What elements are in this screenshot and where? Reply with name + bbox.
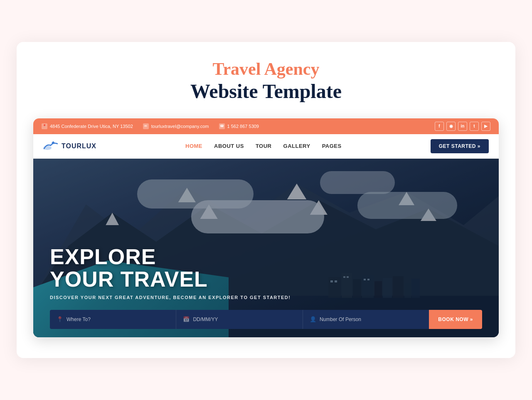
twitter-icon[interactable]: t [470, 122, 479, 131]
book-now-button[interactable]: BOOK NOW » [429, 310, 482, 329]
hero-headline-line2: YOUR TRAVEL [50, 268, 291, 291]
nav-about[interactable]: ABOUT US [214, 143, 244, 149]
page-title-line2: Website Template [33, 79, 499, 103]
search-bar: 📍 Where To? 📅 DD/MM/YY 👤 Number Of Perso… [50, 310, 482, 329]
nav-tour[interactable]: TOUR [256, 143, 272, 149]
nav-bar: TOURLUX HOME ABOUT US TOUR GALLERY PAGES… [33, 134, 499, 159]
hero-subtext: DISCOVER YOUR NEXT GREAT ADVENTURE, BECO… [50, 295, 291, 300]
date-field[interactable]: 📅 DD/MM/YY [176, 310, 302, 329]
logo[interactable]: TOURLUX [43, 140, 96, 152]
get-started-button[interactable]: GET STARTED » [431, 139, 489, 153]
email-item: ✉ tourluxtravel@company.com [143, 123, 209, 129]
browser-mockup: 📍 4845 Confederate Drive Utica, NY 13502… [33, 118, 499, 337]
hero-section: EXPLORE YOUR TRAVEL DISCOVER YOUR NEXT G… [33, 159, 499, 337]
address-item: 📍 4845 Confederate Drive Utica, NY 13502 [42, 123, 133, 129]
linkedin-icon[interactable]: in [458, 122, 467, 131]
hero-content: EXPLORE YOUR TRAVEL DISCOVER YOUR NEXT G… [50, 245, 291, 300]
logo-text: TOURLUX [62, 142, 96, 150]
nav-links: HOME ABOUT US TOUR GALLERY PAGES [185, 143, 342, 149]
location-field-icon: 📍 [57, 316, 63, 322]
calendar-icon: 📅 [183, 316, 190, 322]
phone-icon: ☎ [219, 123, 225, 129]
hero-headline: EXPLORE YOUR TRAVEL [50, 245, 291, 291]
nav-home[interactable]: HOME [185, 143, 202, 149]
outer-wrapper: Travel Agency Website Template 📍 4845 Co… [17, 42, 515, 358]
where-to-field[interactable]: 📍 Where To? [50, 310, 176, 329]
nav-pages[interactable]: PAGES [322, 143, 342, 149]
page-title-area: Travel Agency Website Template [33, 59, 499, 103]
svg-point-0 [43, 146, 52, 150]
social-icons: f ◉ in t ▶ [435, 122, 490, 131]
top-bar-left: 📍 4845 Confederate Drive Utica, NY 13502… [42, 123, 259, 129]
facebook-icon[interactable]: f [435, 122, 444, 131]
page-title-line1: Travel Agency [33, 59, 499, 79]
location-icon: 📍 [42, 123, 47, 129]
logo-icon [43, 140, 58, 152]
top-bar: 📍 4845 Confederate Drive Utica, NY 13502… [33, 118, 499, 134]
nav-gallery[interactable]: GALLERY [283, 143, 310, 149]
phone-item: ☎ 1 562 867 5309 [219, 123, 259, 129]
persons-field[interactable]: 👤 Number Of Person [303, 310, 429, 329]
instagram-icon[interactable]: ◉ [446, 122, 456, 131]
person-icon: 👤 [310, 316, 316, 322]
email-icon: ✉ [143, 123, 149, 129]
youtube-icon[interactable]: ▶ [481, 122, 490, 131]
hero-headline-line1: EXPLORE [50, 245, 291, 268]
